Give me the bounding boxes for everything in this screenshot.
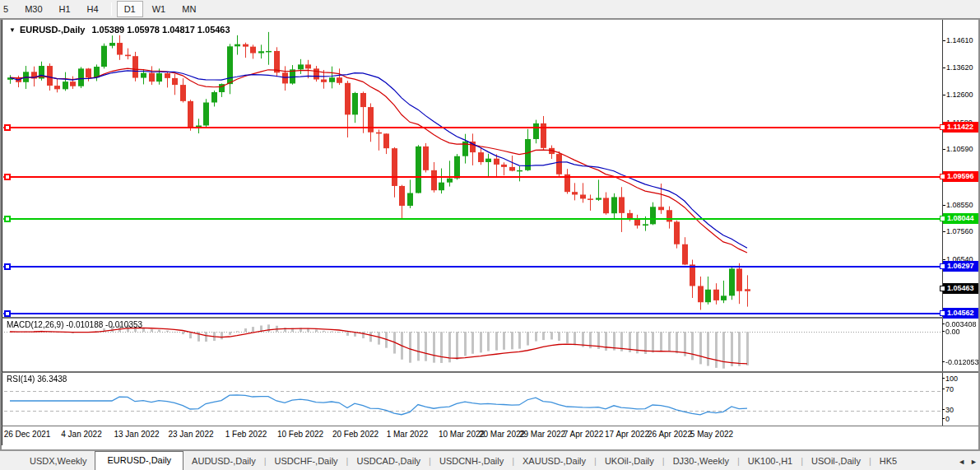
rsi-scale-0: 0 xyxy=(945,415,950,423)
rsi-value: 36.3438 xyxy=(37,375,67,384)
chart-tab-eurusd-daily[interactable]: EURUSD-,Daily xyxy=(95,451,183,470)
macd-panel: MACD(12,26,9) -0.010188 -0.010353 0.0034… xyxy=(2,319,978,373)
timeframe-button-W1[interactable]: W1 xyxy=(145,1,174,17)
timeframe-button-MN[interactable]: MN xyxy=(174,1,203,17)
line-drag-handle[interactable] xyxy=(4,263,11,270)
chart-tab-usdcnh-daily[interactable]: USDCNH-,Daily xyxy=(431,453,512,470)
macd-label: MACD(12,26,9) -0.010188 -0.010353 xyxy=(7,320,142,329)
time-axis-label: 4 Jan 2022 xyxy=(53,430,110,439)
line-drag-handle[interactable] xyxy=(4,310,11,317)
price-level-tag: 1.11422 xyxy=(943,122,978,133)
price-level-tag: 1.04562 xyxy=(943,308,978,319)
macd-scale-min: -0.012053 xyxy=(945,358,979,366)
timeframe-toolbar: 5M30H1H4D1W1MN xyxy=(0,0,980,18)
rsi-scale-100: 100 xyxy=(945,375,958,383)
rsi-scale-30: 30 xyxy=(945,406,954,414)
symbol-name: EURUSD-,Daily xyxy=(20,25,85,35)
timeframe-button-H1[interactable]: H1 xyxy=(52,1,78,17)
time-axis-label: 10 Feb 2022 xyxy=(272,430,329,439)
time-axis-label: 1 Feb 2022 xyxy=(217,430,275,439)
timeframe-button-5[interactable]: 5 xyxy=(1,1,16,17)
chart-frame: ▼EURUSD-,Daily1.05389 1.05978 1.04817 1.… xyxy=(0,18,980,450)
main-chart-canvas[interactable] xyxy=(4,24,945,317)
scroll-tabs-right-button[interactable]: ► xyxy=(970,458,978,466)
tag-notch-icon xyxy=(940,310,945,316)
main-chart-panel: ▼EURUSD-,Daily1.05389 1.05978 1.04817 1.… xyxy=(2,20,978,319)
macd-axis: 0.003408 0.00 -0.012053 xyxy=(942,319,978,371)
line-drag-handle[interactable] xyxy=(4,174,11,180)
chart-tab-uk100-h1[interactable]: UK100-,H1 xyxy=(740,453,801,470)
macd-scale-zero: 0.00 xyxy=(945,328,960,336)
price-axis-tick: 1.14610 xyxy=(946,36,973,45)
macd-canvas[interactable] xyxy=(4,319,945,372)
macd-values: -0.010188 -0.010353 xyxy=(66,320,142,329)
line-drag-handle[interactable] xyxy=(4,216,11,222)
price-axis-tick: 1.10590 xyxy=(946,145,973,154)
chart-tab-audusd-daily[interactable]: AUDUSD-,Daily xyxy=(183,453,264,470)
rsi-name: RSI(14) xyxy=(7,375,35,384)
current-price-tag: 1.05463 xyxy=(943,283,978,294)
rsi-panel: RSI(14) 36.3438 100 70 30 0 xyxy=(2,373,978,426)
time-axis-label: 5 May 2022 xyxy=(683,430,741,439)
price-level-tag: 1.08044 xyxy=(943,213,978,224)
mt4-window: 5M30H1H4D1W1MN ▼EURUSD-,Daily1.05389 1.0… xyxy=(0,0,980,470)
chart-title: ▼EURUSD-,Daily1.05389 1.05978 1.04817 1.… xyxy=(9,25,230,35)
chart-tab-xauusd-daily[interactable]: XAUUSD-,Daily xyxy=(514,453,594,470)
time-axis-label: 23 Jan 2022 xyxy=(162,430,220,439)
rsi-label: RSI(14) 36.3438 xyxy=(7,375,67,384)
price-axis-tick: 1.07560 xyxy=(946,227,973,236)
chart-tabs-bar: USDX,WeeklyEURUSD-,DailyAUDUSD-,Daily|US… xyxy=(0,450,980,470)
tag-notch-icon xyxy=(940,174,945,179)
tag-notch-icon xyxy=(940,286,945,291)
time-axis-label: 13 Jan 2022 xyxy=(108,430,165,439)
ohlc-values: 1.05389 1.05978 1.04817 1.05463 xyxy=(91,25,230,35)
rsi-scale-70: 70 xyxy=(945,385,954,393)
tag-notch-icon xyxy=(940,263,945,269)
tag-notch-icon xyxy=(940,124,945,130)
price-level-tag: 1.06297 xyxy=(943,261,978,272)
rsi-axis: 100 70 30 0 xyxy=(942,373,978,426)
chart-tab-dj30-weekly[interactable]: DJ30-,Weekly xyxy=(665,453,737,470)
tag-notch-icon xyxy=(940,216,945,221)
price-axis-tick: 1.13620 xyxy=(946,63,973,72)
price-level-tag: 1.09596 xyxy=(943,171,978,182)
timeframe-button-M30[interactable]: M30 xyxy=(17,1,49,17)
line-drag-handle[interactable] xyxy=(4,124,11,131)
timeframe-button-D1[interactable]: D1 xyxy=(117,1,143,17)
chart-tab-ukoil-daily[interactable]: UKOil-,Daily xyxy=(597,453,662,470)
price-level-line-1.09596[interactable] xyxy=(3,176,942,178)
chart-tab-usdx-weekly[interactable]: USDX,Weekly xyxy=(21,453,95,470)
price-level-line-1.04562[interactable] xyxy=(3,313,942,314)
toolbar-separator xyxy=(111,2,112,16)
chart-tab-usdcad-daily[interactable]: USDCAD-,Daily xyxy=(348,453,429,470)
time-axis-label: 20 Feb 2022 xyxy=(327,430,384,439)
scroll-tabs-left-button[interactable]: ◄ xyxy=(958,458,965,466)
price-level-line-1.06297[interactable] xyxy=(3,266,942,268)
chart-tab-usdchf-daily[interactable]: USDCHF-,Daily xyxy=(267,453,346,470)
chart-tab-usoil-daily[interactable]: USOil-,Daily xyxy=(803,453,869,470)
time-axis: 26 Dec 20214 Jan 202213 Jan 202223 Jan 2… xyxy=(2,426,978,445)
time-axis-label: 1 Mar 2022 xyxy=(379,430,436,439)
symbol-dropdown-icon[interactable]: ▼ xyxy=(9,26,16,34)
price-axis-tick: 1.08550 xyxy=(946,201,973,210)
macd-name: MACD(12,26,9) xyxy=(7,320,63,329)
rsi-canvas[interactable] xyxy=(4,374,945,426)
chart-tab-hk5[interactable]: HK5 xyxy=(871,453,905,470)
price-level-line-1.11422[interactable] xyxy=(3,127,942,128)
price-axis-tick: 1.12600 xyxy=(946,91,973,100)
time-axis-label: 26 Dec 2021 xyxy=(0,430,56,439)
timeframe-button-H4[interactable]: H4 xyxy=(80,1,106,17)
price-level-line-1.08044[interactable] xyxy=(3,218,942,220)
price-axis: 1.146101.136201.126001.115801.105901.085… xyxy=(942,20,978,317)
tab-scroll-arrows: ◄► xyxy=(953,458,978,466)
